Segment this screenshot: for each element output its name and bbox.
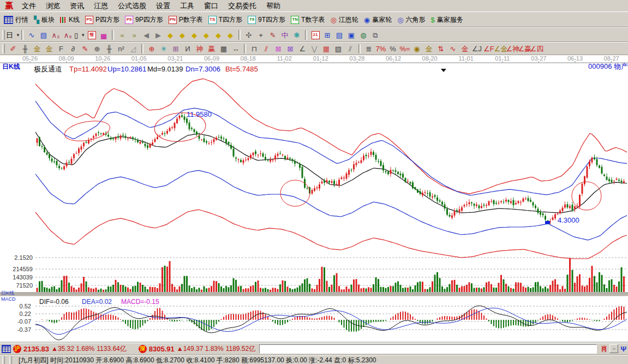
wave3-icon-button[interactable]: ∧₃: [50, 31, 62, 39]
wave9-icon-button[interactable]: ∧₉: [62, 31, 74, 39]
angle-gold-tool-button[interactable]: ∠金: [495, 45, 507, 53]
angle-si-tool-button[interactable]: ∠四: [531, 45, 543, 53]
quotes-button[interactable]: 行情: [1, 15, 31, 25]
zhong-tool-button[interactable]: 中: [279, 31, 291, 39]
pen-tool-button[interactable]: ✐: [7, 45, 19, 53]
angle-tool-button[interactable]: ∠: [296, 45, 308, 53]
diamond-tool-2-button[interactable]: ◆: [176, 31, 188, 39]
spiral-grid-button[interactable]: ∂: [67, 45, 79, 53]
target-tool-button[interactable]: ⊕: [146, 45, 158, 53]
num-grid-tool-button[interactable]: ▦: [218, 45, 230, 53]
fan-tool-button[interactable]: ⫽: [260, 45, 272, 53]
gold-line-tool-button[interactable]: 金: [423, 45, 435, 53]
menu-item-2[interactable]: 资讯: [65, 1, 89, 11]
menu-item-6[interactable]: 工具: [175, 1, 199, 11]
menu-item-1[interactable]: 浏览: [41, 1, 65, 11]
iv-tool-button[interactable]: И: [182, 45, 194, 53]
next-button-button[interactable]: ▶: [152, 31, 164, 39]
p-number-table-button[interactable]: PNP数字表: [166, 15, 206, 25]
ying-tool-button[interactable]: 赢: [206, 45, 218, 53]
compass-tool-button[interactable]: ⊕: [91, 45, 103, 53]
angle-f-tool-button[interactable]: ∠F: [483, 45, 495, 53]
flag-tool-button[interactable]: ◿: [127, 45, 139, 53]
web-grid-tool-button[interactable]: ⊞: [170, 45, 182, 53]
statusbar-grip[interactable]: [2, 356, 5, 364]
pane-tab-macd[interactable]: MACD: [1, 296, 16, 302]
gold-grid-2-button[interactable]: 金: [43, 45, 55, 53]
winner-wheel-button[interactable]: ◉赢家轮: [361, 15, 394, 25]
angle-j-tool-button[interactable]: ∠J: [471, 45, 483, 53]
calculator-icon-button[interactable]: ⊞: [321, 31, 333, 39]
n-square-tool-button[interactable]: n²: [115, 45, 127, 53]
pct-line-tool-button[interactable]: %=: [399, 45, 411, 53]
first-page-button-button[interactable]: «: [116, 31, 128, 39]
grid-tool-b-button[interactable]: ╫: [103, 45, 115, 53]
xiao-button[interactable]: 肖: [601, 344, 607, 354]
menu-item-4[interactable]: 公式选股: [113, 1, 151, 11]
statusbar-grip2[interactable]: [9, 356, 12, 364]
pen-tool-2-button[interactable]: ✎: [79, 45, 91, 53]
gold-red-tool-button[interactable]: 金: [459, 45, 471, 53]
diamond-tool-5-button[interactable]: ◆: [212, 31, 224, 39]
last-page-button-button[interactable]: »: [128, 31, 140, 39]
prev-button-button[interactable]: ◀: [140, 31, 152, 39]
grid-arrow-tool-button[interactable]: ▧: [332, 45, 344, 53]
candle-style-dropdown-button[interactable]: ▯▼: [74, 31, 86, 39]
hist-tool-button[interactable]: ≣: [363, 45, 375, 53]
p-square-button[interactable]: PSP四方形: [82, 15, 122, 25]
angle-ying-tool-button[interactable]: ∠赢: [519, 45, 531, 53]
menu-item-8[interactable]: 交易委托: [223, 1, 261, 11]
web-icon-button[interactable]: ◍: [357, 31, 369, 39]
save-icon-button[interactable]: ▣: [345, 31, 357, 39]
menu-item-7[interactable]: 窗口: [199, 1, 223, 11]
star-tool-button[interactable]: ✳: [158, 45, 170, 53]
f-grid-button[interactable]: F: [55, 45, 67, 53]
doc-icon-button[interactable]: ▤: [38, 31, 50, 39]
measure-tool-button[interactable]: ✎: [267, 31, 279, 39]
fan-box-purple-button[interactable]: ⊠: [284, 45, 296, 53]
gold-circle-tool-button[interactable]: ◉: [411, 45, 423, 53]
menu-item-5[interactable]: 设置: [151, 1, 175, 11]
grid-red-tool-button[interactable]: ▦: [320, 45, 332, 53]
angle-shen-tool-button[interactable]: ∠神: [507, 45, 519, 53]
pct-tool-button[interactable]: %: [387, 45, 399, 53]
report-icon-button[interactable]: 报: [86, 31, 98, 40]
box-tool-button[interactable]: ⊓: [248, 45, 260, 53]
parallel-tool-button[interactable]: ⫽: [344, 45, 356, 53]
hexagon-button[interactable]: ◎六角形: [394, 15, 428, 25]
notes-icon-button[interactable]: ▤: [333, 31, 345, 39]
diamond-tool-6-button[interactable]: ◆: [224, 31, 236, 39]
quotes-table-icon[interactable]: [2, 345, 11, 353]
pct7-tool-button[interactable]: 7%: [375, 45, 387, 53]
sectors-button[interactable]: ▚板块: [31, 15, 57, 25]
fractal-tool-button[interactable]: ❋: [291, 31, 303, 39]
v-tool-button[interactable]: ⋁: [308, 45, 320, 53]
winner-service-button[interactable]: $赢家服务: [428, 15, 465, 25]
grid-tool-a-button[interactable]: ╫: [19, 45, 31, 53]
menu-item-0[interactable]: 文件: [17, 1, 41, 11]
t-number-table-button[interactable]: TNT数字表: [288, 15, 327, 25]
colored-hist-icon-button[interactable]: ▅: [98, 31, 110, 39]
wave-red-tool-button[interactable]: ∿: [447, 45, 459, 53]
diamond-tool-3-button[interactable]: ◆: [188, 31, 200, 39]
crosshair-tool-button[interactable]: +: [255, 31, 267, 39]
curve-icon-button[interactable]: ∿: [26, 31, 38, 39]
gann-wheel-button[interactable]: ◎江恩轮: [327, 15, 361, 25]
diamond-tool-1-button[interactable]: ◆: [164, 31, 176, 39]
collapse-button[interactable]: −: [609, 344, 618, 353]
hand-tool-button[interactable]: ✣: [243, 31, 255, 39]
9t-square-button[interactable]: T99T四方形: [245, 15, 288, 25]
pane-tab-kline[interactable]: 日K线: [1, 290, 14, 296]
period-dropdown-button[interactable]: 日▼: [7, 31, 19, 39]
t-square-button[interactable]: TST四方形: [206, 15, 245, 25]
menu-item-3[interactable]: 江恩: [89, 1, 113, 11]
9p-square-button[interactable]: P99P四方形: [122, 15, 166, 25]
toolbar-grip[interactable]: [2, 44, 5, 53]
menu-item-9[interactable]: 帮助: [261, 1, 285, 11]
calendar-icon-button[interactable]: 21: [309, 31, 321, 40]
shen-tool-button[interactable]: 神: [194, 45, 206, 53]
capture-icon-button[interactable]: ⧉: [369, 31, 381, 39]
updown-tool-button[interactable]: ⇅: [435, 45, 447, 53]
toolbar-grip[interactable]: [2, 30, 5, 40]
quick-code-input[interactable]: [259, 344, 597, 354]
